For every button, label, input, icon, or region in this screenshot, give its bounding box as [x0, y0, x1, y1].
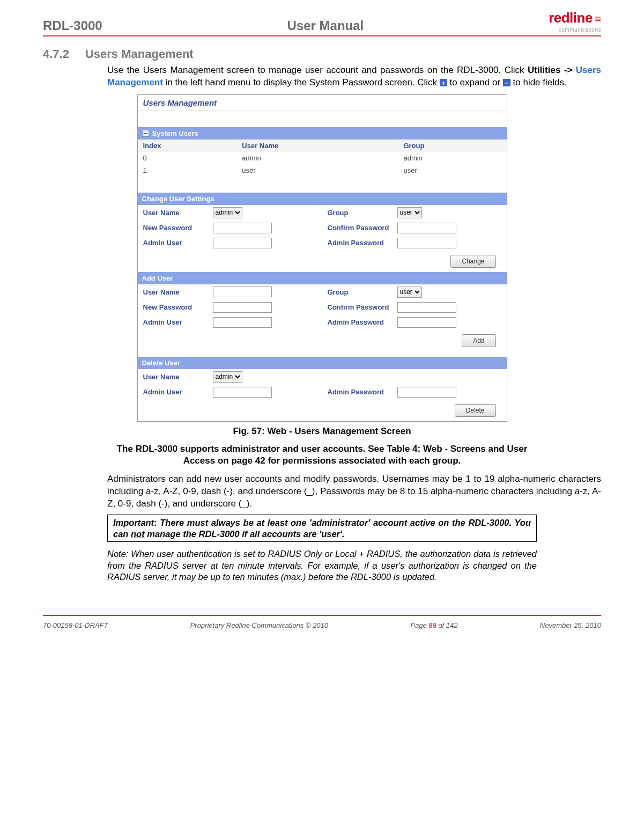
delete-adminuser-input[interactable] — [213, 387, 272, 398]
support-statement: The RDL-3000 supports administrator and … — [107, 443, 537, 467]
change-button[interactable]: Change — [450, 255, 495, 268]
intro-paragraph: Use the Users Management screen to manag… — [107, 64, 601, 89]
logo-text: redline — [549, 10, 593, 26]
page-footer: 70-00158-01-DRAFT Proprietary Redline Co… — [43, 615, 601, 629]
section-number: 4.7.2 — [43, 47, 69, 61]
label-username: User Name — [143, 288, 213, 296]
add-adminpw-input[interactable] — [397, 317, 456, 328]
change-newpw-input[interactable] — [213, 223, 272, 233]
change-confirmpw-input[interactable] — [397, 223, 456, 233]
header-product: RDL-3000 — [43, 18, 102, 33]
change-adminpw-input[interactable] — [397, 238, 456, 248]
label-admin-password: Admin Password — [328, 388, 397, 396]
figure-caption: Fig. 57: Web - Users Management Screen — [43, 426, 601, 437]
footer-page: Page 88 of 142 — [410, 621, 457, 629]
label-admin-user: Admin User — [143, 239, 213, 247]
collapse-icon[interactable]: − — [142, 130, 149, 137]
label-new-password: New Password — [143, 303, 213, 311]
label-admin-password: Admin Password — [328, 318, 397, 326]
change-group-select[interactable]: user — [397, 207, 422, 218]
footer-copyright: Proprietary Redline Communications © 201… — [190, 621, 328, 629]
page-header: RDL-3000 User Manual redline ≡ communica… — [43, 11, 601, 36]
label-admin-user: Admin User — [143, 388, 213, 396]
label-username: User Name — [143, 373, 213, 381]
admin-paragraph: Administrators can add new user accounts… — [107, 473, 601, 510]
label-new-password: New Password — [143, 224, 213, 232]
add-button[interactable]: Add — [462, 334, 495, 347]
change-username-select[interactable]: admin — [213, 207, 242, 218]
footer-doc-id: 70-00158-01-DRAFT — [43, 621, 108, 629]
delete-adminpw-input[interactable] — [397, 387, 456, 398]
add-confirmpw-input[interactable] — [397, 302, 456, 313]
users-management-screenshot: Users Management − System Users Index Us… — [137, 94, 507, 422]
brand-logo: redline ≡ communications — [549, 11, 601, 33]
label-group: Group — [328, 209, 397, 217]
expand-icon: + — [440, 79, 447, 86]
collapse-icon: − — [503, 79, 510, 86]
label-admin-password: Admin Password — [328, 239, 397, 247]
add-adminuser-input[interactable] — [213, 317, 272, 328]
system-users-header: − System Users — [138, 127, 507, 139]
add-group-select[interactable]: user — [397, 287, 422, 298]
delete-username-select[interactable]: admin — [213, 371, 242, 383]
delete-button[interactable]: Delete — [455, 404, 496, 417]
table-row: 1 user user — [138, 164, 507, 177]
logo-subtext: communications — [559, 27, 601, 33]
label-admin-user: Admin User — [143, 318, 213, 326]
add-user-header: Add User — [138, 272, 507, 284]
label-group: Group — [328, 288, 397, 296]
header-title: User Manual — [287, 18, 364, 33]
logo-mark: ≡ — [595, 13, 601, 25]
table-row: 0 admin admin — [138, 152, 507, 164]
note-paragraph: Note: When user authentication is set to… — [107, 548, 537, 583]
change-user-header: Change User Settings — [138, 193, 507, 205]
col-username: User Name — [236, 139, 398, 152]
label-confirm-password: Confirm Password — [328, 224, 397, 232]
col-group: Group — [398, 139, 506, 152]
system-users-table: Index User Name Group 0 admin admin 1 us… — [138, 139, 507, 177]
section-heading: 4.7.2 Users Management — [43, 47, 601, 61]
col-index: Index — [138, 139, 237, 152]
important-box: Important: There must always be at least… — [107, 515, 537, 542]
label-confirm-password: Confirm Password — [328, 303, 397, 311]
add-username-input[interactable] — [213, 287, 272, 297]
section-title: Users Management — [85, 47, 194, 61]
delete-user-header: Delete User — [138, 357, 507, 369]
footer-date: November 25, 2010 — [540, 621, 601, 629]
change-adminuser-input[interactable] — [213, 238, 272, 248]
add-newpw-input[interactable] — [213, 302, 272, 313]
screenshot-title: Users Management — [138, 95, 507, 111]
label-username: User Name — [143, 209, 213, 217]
